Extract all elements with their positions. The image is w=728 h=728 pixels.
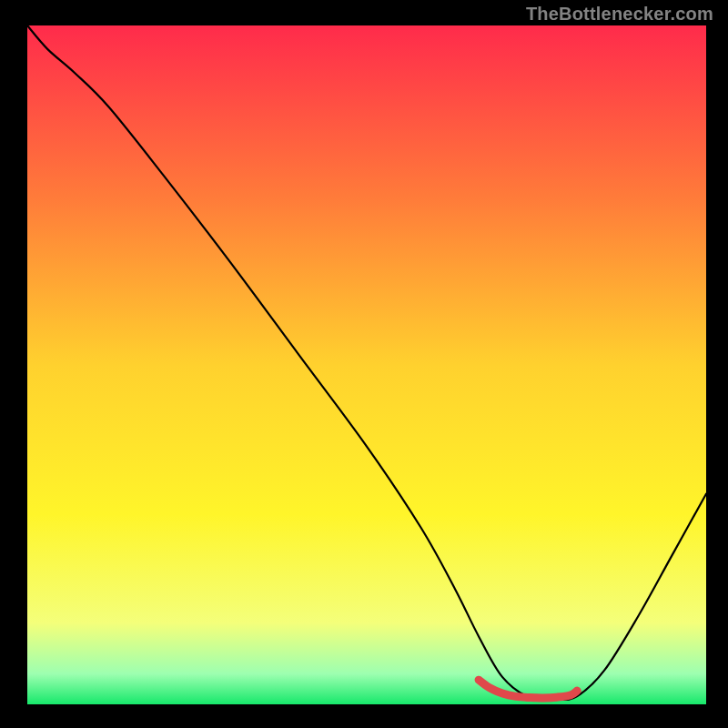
- chart-svg: [0, 0, 728, 728]
- watermark-text: TheBottlenecker.com: [526, 4, 713, 25]
- chart-container: TheBottlenecker.com: [0, 0, 728, 728]
- plot-background: [27, 25, 706, 704]
